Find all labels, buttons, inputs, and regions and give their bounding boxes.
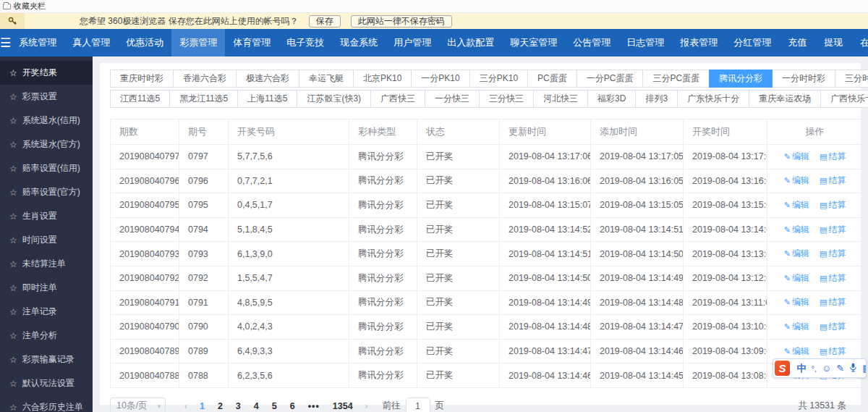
nav-item-9[interactable]: 聊天室管理	[502, 29, 565, 56]
edit-link[interactable]: ✎编辑	[784, 321, 809, 332]
edit-link[interactable]: ✎编辑	[784, 151, 809, 161]
lottery-tab-广西快乐十分[interactable]: 广西快乐十分	[820, 90, 868, 108]
sogou-logo-icon[interactable]: S	[775, 361, 790, 376]
sidebar-item-2[interactable]: ☆系统退水(信用)	[0, 109, 93, 133]
lottery-tab-广西快三[interactable]: 广西快三	[370, 90, 425, 108]
settle-link[interactable]: ▤结算	[820, 224, 846, 235]
page-number-2[interactable]: 2	[218, 401, 223, 411]
cell-开奖时间: 2019-08-04 13:13:00	[684, 242, 767, 266]
ime-chinese-mode-icon[interactable]: 中	[797, 362, 807, 375]
lottery-tab-香港六合彩[interactable]: 香港六合彩	[173, 70, 237, 88]
lottery-tab-江西11选5[interactable]: 江西11选5	[110, 90, 170, 108]
keyboard-icon[interactable]: ▦	[862, 363, 867, 374]
settle-link[interactable]: ▤结算	[820, 273, 846, 283]
nav-item-1[interactable]: 真人管理	[64, 29, 118, 56]
edit-link[interactable]: ✎编辑	[784, 297, 809, 307]
lottery-tab-幸运飞艇[interactable]: 幸运飞艇	[299, 70, 354, 88]
sidebar-item-12[interactable]: ☆彩票输赢记录	[0, 348, 93, 371]
nav-withdraw[interactable]: 提现	[815, 29, 851, 56]
nav-item-2[interactable]: 优惠活动	[118, 29, 171, 56]
next-page-button[interactable]: ›	[365, 401, 368, 411]
lottery-tab-河北快三[interactable]: 河北快三	[533, 90, 588, 108]
nav-item-4[interactable]: 体育管理	[225, 29, 278, 56]
nav-item-10[interactable]: 公告管理	[565, 29, 618, 56]
edit-link[interactable]: ✎编辑	[784, 346, 809, 356]
lottery-tab-一分PK10[interactable]: 一分PK10	[411, 70, 469, 88]
nav-item-11[interactable]: 日志管理	[618, 29, 672, 56]
sidebar-item-10[interactable]: ☆注单记录	[0, 300, 93, 324]
settle-link[interactable]: ▤结算	[820, 321, 846, 332]
page-number-1[interactable]: 1	[200, 401, 205, 411]
sidebar-item-14[interactable]: ☆六合彩历史注单	[0, 395, 93, 412]
goto-page-input[interactable]	[406, 398, 430, 412]
sidebar-item-8[interactable]: ☆未结算注单	[0, 252, 93, 276]
edit-link[interactable]: ✎编辑	[784, 273, 809, 283]
edit-link[interactable]: ✎编辑	[784, 248, 809, 258]
settle-link[interactable]: ▤结算	[820, 297, 846, 307]
lottery-tab-一分快三[interactable]: 一分快三	[425, 90, 480, 108]
settle-link[interactable]: ▤结算	[820, 346, 846, 356]
page-number-6[interactable]: 6	[290, 401, 295, 411]
never-save-password-button[interactable]: 此网站一律不保存密码	[351, 15, 452, 28]
sidebar-item-3[interactable]: ☆系统退水(官方)	[0, 133, 93, 156]
lottery-tab-上海11选5[interactable]: 上海11选5	[237, 90, 297, 108]
lottery-tab-排列3[interactable]: 排列3	[635, 90, 678, 108]
edit-link[interactable]: ✎编辑	[784, 200, 809, 210]
lottery-tab-黑龙江11选5[interactable]: 黑龙江11选5	[169, 90, 238, 108]
sidebar-item-5[interactable]: ☆赔率设置(官方)	[0, 180, 93, 204]
lottery-tab-重庆幸运农场[interactable]: 重庆幸运农场	[749, 90, 821, 108]
sidebar-item-7[interactable]: ☆时间设置	[0, 228, 93, 252]
prev-page-button[interactable]: ‹	[184, 401, 187, 411]
sidebar-item-13[interactable]: ☆默认玩法设置	[0, 371, 93, 395]
emoji-icon[interactable]: ☺	[822, 363, 831, 374]
edit-link[interactable]: ✎编辑	[784, 175, 809, 185]
sidebar-item-0[interactable]: ☆开奖结果	[0, 61, 93, 85]
cell-添加时间: 2019-08-04 13:17:05	[591, 145, 684, 169]
nav-recharge[interactable]: 充值	[779, 29, 815, 56]
lottery-tab-北京PK10[interactable]: 北京PK10	[353, 70, 412, 88]
nav-item-3[interactable]: 彩票管理	[171, 29, 225, 56]
page-number-4[interactable]: 4	[254, 401, 259, 411]
lottery-tab-重庆时时彩[interactable]: 重庆时时彩	[110, 70, 174, 88]
settle-link[interactable]: ▤结算	[820, 248, 846, 258]
page-number-5[interactable]: 5	[272, 401, 277, 411]
last-page-button[interactable]: 1354	[333, 401, 353, 411]
page-size-select[interactable]: 10条/页 ▾	[110, 398, 166, 412]
nav-item-12[interactable]: 报表管理	[672, 29, 726, 56]
sidebar-item-11[interactable]: ☆注单分析	[0, 324, 93, 348]
lottery-tab-腾讯分分彩[interactable]: 腾讯分分彩	[709, 70, 773, 88]
nav-item-6[interactable]: 现金系统	[332, 29, 386, 56]
lottery-tab-三分快三[interactable]: 三分快三	[479, 90, 534, 108]
settle-link[interactable]: ▤结算	[820, 175, 846, 185]
sidebar-item-6[interactable]: ☆生肖设置	[0, 204, 93, 228]
page-number-3[interactable]: 3	[236, 401, 241, 411]
nav-online[interactable]: 在线 1	[851, 29, 868, 56]
lottery-tab-极速六合彩[interactable]: 极速六合彩	[236, 70, 299, 88]
nav-item-13[interactable]: 分红管理	[726, 29, 779, 56]
hamburger-menu-icon[interactable]: ☰	[0, 29, 11, 56]
lottery-tab-三分PC蛋蛋[interactable]: 三分PC蛋蛋	[642, 70, 710, 88]
lottery-tab-广东快乐十分[interactable]: 广东快乐十分	[677, 90, 749, 108]
lottery-tab-一分PC蛋蛋[interactable]: 一分PC蛋蛋	[576, 70, 644, 88]
lottery-tab-江苏骰宝(快3)[interactable]: 江苏骰宝(快3)	[297, 90, 371, 108]
pencil-icon[interactable]: ✎	[836, 363, 844, 374]
settle-link[interactable]: ▤结算	[820, 200, 846, 210]
lottery-tab-PC蛋蛋[interactable]: PC蛋蛋	[527, 70, 577, 88]
nav-item-8[interactable]: 出入款配置	[439, 29, 502, 56]
sidebar-item-1[interactable]: ☆彩票设置	[0, 85, 93, 109]
nav-item-7[interactable]: 用户管理	[386, 29, 439, 56]
lottery-tab-三分时时彩[interactable]: 三分时时彩	[835, 70, 868, 88]
page-ellipsis[interactable]: •••	[308, 401, 320, 411]
edit-link[interactable]: ✎编辑	[784, 224, 809, 235]
sidebar-item-9[interactable]: ☆即时注单	[0, 276, 93, 300]
ime-punctuation-icon[interactable]: °,	[812, 364, 817, 373]
save-password-button[interactable]: 保存	[309, 15, 341, 28]
microphone-icon[interactable]	[849, 363, 857, 374]
nav-item-0[interactable]: 系统管理	[11, 29, 64, 56]
nav-item-5[interactable]: 电子竞技	[278, 29, 332, 56]
lottery-tab-三分PK10[interactable]: 三分PK10	[469, 70, 528, 88]
lottery-tab-福彩3D[interactable]: 福彩3D	[587, 90, 636, 108]
settle-link[interactable]: ▤结算	[820, 151, 846, 161]
sidebar-item-4[interactable]: ☆赔率设置(信用)	[0, 156, 93, 180]
lottery-tab-一分时时彩[interactable]: 一分时时彩	[772, 70, 835, 88]
